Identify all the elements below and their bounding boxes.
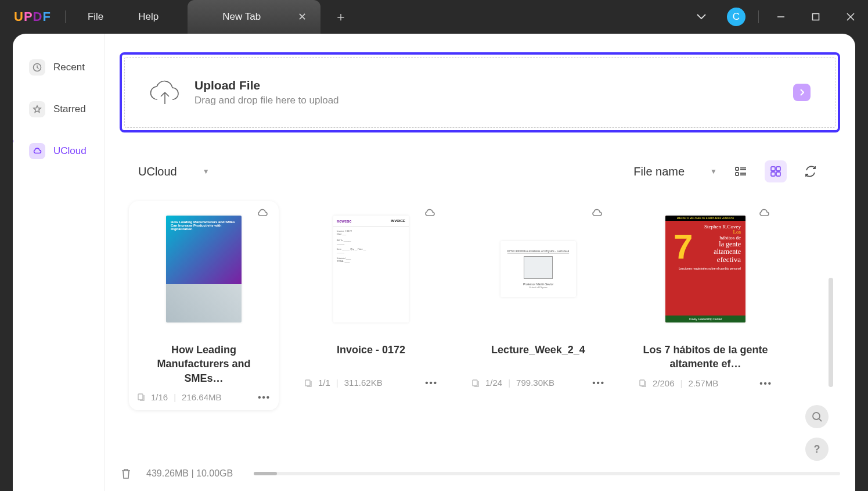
file-size: 799.30KB (516, 378, 554, 388)
file-title: Lecture_Week_2_4 (463, 343, 613, 371)
trash-icon[interactable] (120, 467, 132, 480)
file-pages: 1/16 (151, 392, 168, 402)
separator (65, 10, 66, 23)
sort-label: File name (633, 165, 685, 178)
main-content: Upload File Drag and drop file here to u… (105, 34, 855, 491)
menu-help[interactable]: Help (121, 1, 176, 33)
search-button[interactable] (805, 405, 829, 428)
close-button[interactable] (833, 0, 868, 34)
tab-new[interactable]: New Tab ✕ (188, 0, 320, 34)
app-area: Recent Starred UCloud Upload File Drag a… (13, 34, 855, 491)
file-card[interactable]: PHYC10000 Foundations of Physics - Lectu… (463, 201, 613, 410)
file-size: 311.62KB (344, 378, 383, 388)
sidebar-item-label: Starred (53, 103, 86, 115)
app-logo: UPDF (0, 9, 65, 24)
svg-rect-12 (776, 167, 780, 171)
svg-point-19 (813, 413, 820, 420)
cloud-icon (591, 208, 603, 220)
pages-icon (639, 379, 647, 387)
svg-line-20 (819, 419, 822, 421)
new-tab-button[interactable]: ＋ (320, 8, 361, 26)
svg-rect-18 (640, 380, 644, 386)
sort-dropdown[interactable]: File name ▼ (633, 165, 717, 178)
svg-rect-11 (771, 167, 775, 171)
minimize-button[interactable] (763, 0, 798, 34)
storage-bar: 439.26MB | 10.00GB (120, 456, 840, 491)
file-card[interactable]: MÁS DE 15 MILLONES DE EJEMPLARES VENDIDO… (631, 201, 780, 410)
svg-rect-8 (736, 173, 739, 175)
svg-rect-15 (138, 394, 143, 400)
sidebar: Recent Starred UCloud (13, 34, 105, 491)
location-dropdown[interactable]: UCloud ▼ (138, 165, 210, 178)
cloud-icon (29, 143, 45, 159)
file-thumbnail: MÁS DE 15 MILLONES DE EJEMPLARES VENDIDO… (665, 216, 745, 322)
cloud-icon (758, 208, 770, 220)
file-size: 2.57MB (688, 378, 718, 388)
cloud-toolbar: UCloud ▼ File name ▼ (138, 160, 822, 182)
file-card[interactable]: newescINVOICE Invoice # 0172Date ___Bill… (296, 201, 446, 410)
refresh-button[interactable] (799, 160, 822, 182)
file-grid: How Leading Manufacturers and SMEs Can I… (129, 201, 840, 410)
svg-rect-5 (736, 167, 739, 170)
avatar[interactable]: C (727, 8, 745, 26)
help-button[interactable]: ? (805, 438, 829, 461)
file-pages: 1/1 (318, 378, 330, 388)
separator (758, 10, 759, 23)
file-thumbnail: newescINVOICE Invoice # 0172Date ___Bill… (333, 216, 409, 322)
more-button[interactable]: ••• (425, 378, 438, 388)
scrollbar[interactable] (829, 278, 833, 387)
caret-down-icon: ▼ (203, 167, 210, 175)
upload-title: Upload File (195, 78, 339, 92)
file-title: Los 7 hábitos de la gente altamente ef… (631, 343, 780, 371)
file-pages: 1/24 (485, 378, 502, 388)
file-pages: 2/206 (653, 378, 675, 388)
close-icon[interactable]: ✕ (296, 8, 309, 26)
file-title: Invoice - 0172 (296, 343, 446, 371)
svg-rect-1 (813, 14, 819, 20)
file-thumbnail: PHYC10000 Foundations of Physics - Lectu… (500, 241, 576, 297)
star-icon (29, 101, 45, 117)
sidebar-item-label: UCloud (53, 145, 87, 157)
storage-meter (254, 472, 840, 475)
svg-rect-14 (776, 172, 780, 176)
upload-subtitle: Drag and drop file here to upload (195, 95, 339, 106)
sidebar-item-ucloud[interactable]: UCloud (20, 138, 97, 164)
cloud-icon (424, 208, 435, 220)
file-title: How Leading Manufacturers and SMEs… (129, 343, 279, 385)
file-thumbnail: How Leading Manufacturers and SMEs Can I… (166, 216, 242, 322)
chevron-down-icon[interactable] (684, 0, 719, 34)
active-indicator (13, 139, 13, 143)
pages-icon (137, 393, 145, 401)
expand-button[interactable] (793, 84, 811, 101)
menu-file[interactable]: File (70, 1, 121, 33)
more-button[interactable]: ••• (258, 392, 271, 402)
storage-label: 439.26MB | 10.00GB (146, 468, 233, 479)
sidebar-item-recent[interactable]: Recent (20, 55, 97, 80)
location-label: UCloud (138, 165, 177, 178)
maximize-button[interactable] (798, 0, 833, 34)
svg-rect-16 (305, 380, 310, 386)
list-view-button[interactable] (730, 160, 752, 182)
pages-icon (471, 379, 480, 387)
cloud-icon (257, 208, 268, 220)
svg-rect-13 (771, 172, 775, 176)
more-button[interactable]: ••• (759, 378, 772, 388)
titlebar: UPDF File Help New Tab ✕ ＋ C (0, 0, 868, 34)
file-card[interactable]: How Leading Manufacturers and SMEs Can I… (129, 201, 279, 410)
tab-label: New Tab (199, 11, 261, 23)
clock-icon (29, 59, 45, 76)
file-size: 216.64MB (182, 392, 221, 402)
pages-icon (304, 379, 312, 387)
caret-down-icon: ▼ (710, 167, 717, 175)
upload-dropzone[interactable]: Upload File Drag and drop file here to u… (120, 52, 840, 132)
cloud-upload-icon (149, 78, 181, 106)
sidebar-item-label: Recent (53, 62, 85, 73)
sidebar-item-starred[interactable]: Starred (20, 96, 97, 122)
grid-view-button[interactable] (765, 160, 787, 182)
more-button[interactable]: ••• (592, 378, 605, 388)
svg-rect-17 (473, 380, 477, 386)
